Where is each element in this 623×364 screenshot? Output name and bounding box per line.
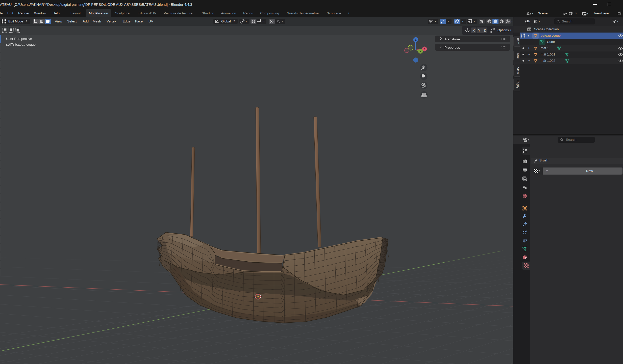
- svg-text:Transform: Transform: [444, 37, 460, 41]
- svg-text:Properties: Properties: [444, 46, 460, 49]
- svg-text:Y: Y: [419, 50, 421, 53]
- svg-text:X: X: [423, 47, 426, 50]
- svg-text:User Perspective: User Perspective: [6, 37, 32, 41]
- svg-text:(107) bateau coque: (107) bateau coque: [6, 43, 36, 46]
- svg-text:Z: Z: [415, 38, 417, 41]
